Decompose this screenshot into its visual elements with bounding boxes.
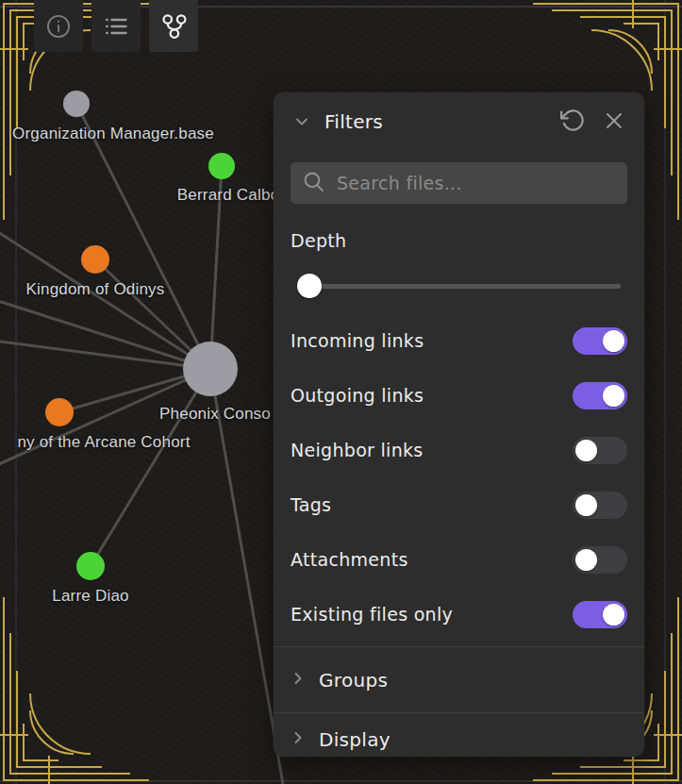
depth-slider[interactable] xyxy=(297,274,621,298)
toggle-label: Attachments xyxy=(291,549,408,570)
close-panel-button[interactable] xyxy=(599,106,629,139)
rotate-ccw-icon xyxy=(560,108,586,136)
depth-slider-track[interactable] xyxy=(297,284,621,289)
list-icon xyxy=(103,13,129,40)
tags-toggle[interactable] xyxy=(573,492,627,519)
collapse-chevron-down-icon[interactable] xyxy=(289,108,315,135)
toggle-row-tags: Tags xyxy=(274,477,644,532)
chevron-right-icon xyxy=(289,728,308,751)
toggle-label: Neighbor links xyxy=(291,440,424,460)
toggle-row-neighbor-links: Neighbor links xyxy=(274,423,644,477)
toggle-label: Outgoing links xyxy=(291,385,424,406)
toggle-row-attachments: Attachments xyxy=(274,532,644,587)
depth-slider-thumb[interactable] xyxy=(297,274,322,298)
graph-node[interactable] xyxy=(45,398,74,426)
toggle-row-outgoing-links: Outgoing links xyxy=(274,368,644,423)
toggle-knob xyxy=(603,330,624,352)
section-display[interactable]: Display xyxy=(274,713,644,757)
existing-files-only-toggle[interactable] xyxy=(573,601,627,628)
attachments-toggle[interactable] xyxy=(573,546,627,574)
graph-icon xyxy=(159,12,188,41)
graph-view-button[interactable] xyxy=(149,0,198,52)
graph-node[interactable] xyxy=(76,552,105,580)
graph-node[interactable] xyxy=(183,342,238,396)
chevron-right-icon xyxy=(289,669,308,692)
list-button[interactable] xyxy=(91,0,141,52)
depth-label: Depth xyxy=(291,230,627,251)
search-icon xyxy=(302,170,325,197)
toggles-list: Incoming linksOutgoing linksNeighbor lin… xyxy=(274,313,644,642)
graph-edge xyxy=(210,369,283,784)
close-icon xyxy=(603,109,625,135)
graph-node[interactable] xyxy=(208,153,235,179)
search-box xyxy=(291,162,627,204)
graph-edge xyxy=(76,104,210,369)
toggle-label: Incoming links xyxy=(291,330,424,351)
toggle-row-incoming-links: Incoming links xyxy=(274,313,644,368)
toggle-knob xyxy=(575,494,597,516)
section-groups[interactable]: Groups xyxy=(274,647,644,712)
view-toolbar xyxy=(34,0,198,52)
neighbor-links-toggle[interactable] xyxy=(573,437,627,464)
filters-panel-header: Filters xyxy=(274,92,644,151)
info-button[interactable] xyxy=(34,0,83,52)
toggle-label: Tags xyxy=(291,494,331,515)
toggle-knob xyxy=(603,604,624,626)
panel-title: Filters xyxy=(324,110,383,133)
reset-filters-button[interactable] xyxy=(557,104,590,140)
info-icon xyxy=(45,13,72,40)
filters-panel: Filters xyxy=(274,92,644,757)
graph-edge xyxy=(210,166,222,369)
toggle-knob xyxy=(575,549,597,571)
graph-edge xyxy=(0,338,210,369)
toggle-knob xyxy=(603,385,624,407)
search-input[interactable] xyxy=(335,172,616,194)
graph-node[interactable] xyxy=(81,245,109,274)
section-label: Groups xyxy=(319,669,388,692)
toggle-knob xyxy=(575,440,597,461)
graph-node[interactable] xyxy=(63,91,90,117)
toggle-label: Existing files only xyxy=(291,604,453,625)
toggle-row-existing-files-only: Existing files only xyxy=(274,587,644,642)
section-label: Display xyxy=(319,728,391,751)
outgoing-links-toggle[interactable] xyxy=(573,382,627,409)
incoming-links-toggle[interactable] xyxy=(573,327,627,355)
